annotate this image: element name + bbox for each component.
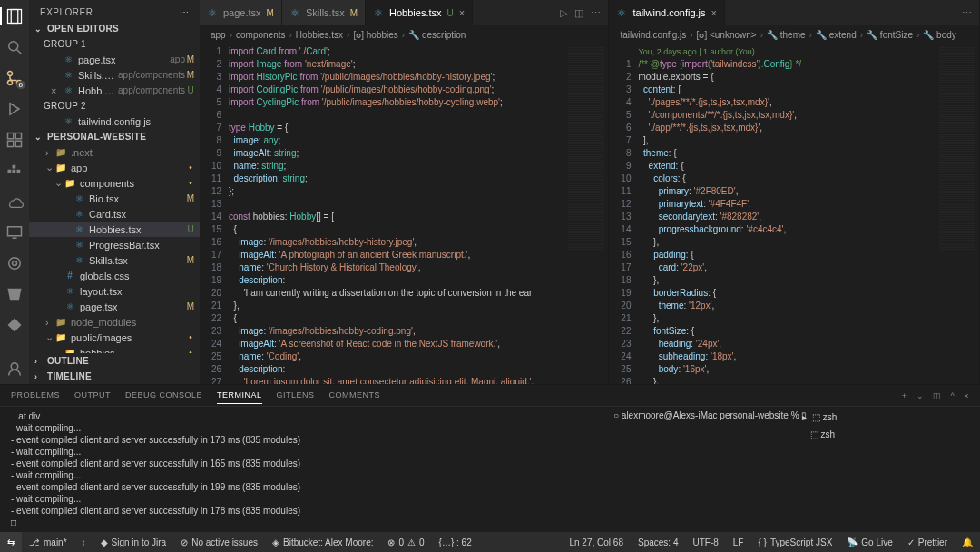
svg-rect-15 [8, 227, 22, 236]
tree-item[interactable]: ⚛page.tsxM [29, 299, 200, 314]
project-section[interactable]: ⌄PERSONAL-WEBSITE [29, 129, 200, 144]
editor-tab[interactable]: ⚛Hobbies.tsxU× [366, 0, 473, 25]
selection-info[interactable]: {…} : 62 [432, 532, 479, 552]
open-editor-item[interactable]: ⚛Skills.tsxapp/componentsM [29, 67, 200, 83]
cloud-icon[interactable] [5, 192, 24, 211]
tree-item[interactable]: ⌄📁components• [29, 175, 200, 191]
language-mode[interactable]: { }TypeScript JSX [750, 532, 839, 552]
editor-pane-right: ⚛tailwind.config.js× ⋯ tailwind.config.j… [609, 0, 980, 384]
minimap[interactable] [564, 44, 608, 384]
gitlens-icon[interactable] [5, 254, 24, 272]
tree-item[interactable]: ⚛Bio.tsxM [29, 191, 200, 206]
explorer-icon[interactable] [5, 7, 24, 25]
terminal-session[interactable]: ▸⬚ zsh [799, 410, 969, 424]
editor-pane-left: ⚛page.tsxM⚛Skills.tsxM⚛Hobbies.tsxU× ▷ ◫… [200, 0, 609, 384]
tree-item[interactable]: ⌄📁app• [29, 160, 200, 175]
remote-indicator[interactable]: ⇆ [0, 532, 22, 552]
terminal[interactable]: at div - wait compiling... - event compi… [0, 407, 980, 532]
tree-item[interactable]: ⌄📁hobbies• [29, 345, 200, 353]
go-live[interactable]: 📡Go Live [839, 532, 899, 552]
panel-tab[interactable]: COMMENTS [329, 387, 381, 404]
more-icon[interactable]: ⋯ [962, 7, 972, 19]
eol[interactable]: LF [726, 532, 751, 552]
editor-tab[interactable]: ⚛page.tsxM [200, 0, 282, 25]
outline-section[interactable]: ›OUTLINE [29, 353, 200, 369]
more-icon[interactable]: ⋯ [180, 7, 190, 17]
tree-item[interactable]: ⚛ProgressBar.tsx [29, 237, 200, 252]
docker-icon[interactable] [5, 162, 24, 180]
timeline-section[interactable]: ›TIMELINE [29, 369, 200, 384]
svg-rect-11 [8, 170, 12, 173]
panel-tab[interactable]: OUTPUT [74, 387, 111, 404]
extensions-icon[interactable] [5, 131, 24, 149]
breadcrumbs-right[interactable]: tailwind.config.js›[ᴏ] <unknown>›🔧 theme… [609, 25, 979, 44]
branch-indicator[interactable]: ⎇main* [22, 532, 74, 552]
svg-point-19 [11, 363, 18, 370]
code-area-right[interactable]: 1234567891011121314151617181920212223242… [609, 44, 979, 384]
sidebar: EXPLORER ⋯ ⌄OPEN EDITORS GROUP 1 ⚛page.t… [29, 0, 200, 384]
remote-explorer-icon[interactable] [5, 223, 24, 242]
main-layout: 6 EXPLORER ⋯ ⌄OPEN EDITORS GROUP 1 ⚛page… [0, 0, 980, 384]
tree-item[interactable]: ⚛Hobbies.tsxU [29, 222, 200, 237]
tree-item[interactable]: #globals.css [29, 268, 200, 283]
editor-tab[interactable]: ⚛Skills.tsxM [282, 0, 366, 25]
terminal-session[interactable]: ⬚ zsh [799, 428, 969, 441]
run-icon[interactable]: ▷ [560, 7, 567, 19]
indentation[interactable]: Spaces: 4 [631, 532, 685, 552]
svg-rect-8 [15, 133, 21, 139]
breadcrumbs-left[interactable]: app›components›Hobbies.tsx›[ᴏ] hobbies›🔧… [200, 25, 608, 44]
panel-tab[interactable]: DEBUG CONSOLE [125, 387, 202, 404]
split-icon[interactable]: ◫ [574, 7, 583, 19]
tree-item[interactable]: ⚛Skills.tsxM [29, 252, 200, 268]
new-terminal-icon[interactable]: + [902, 391, 907, 400]
close-panel-icon[interactable]: × [964, 391, 969, 400]
tree-item[interactable]: ⚛Card.tsx [29, 206, 200, 222]
sync-indicator[interactable]: ↕ [74, 532, 93, 552]
svg-line-3 [17, 50, 22, 54]
close-tab-icon[interactable]: × [459, 7, 465, 18]
tree-item[interactable]: ›📁node_modules [29, 314, 200, 330]
more-icon[interactable]: ⋯ [591, 7, 601, 19]
bottom-panel: PROBLEMSOUTPUTDEBUG CONSOLETERMINALGITLE… [0, 384, 980, 532]
svg-point-17 [9, 258, 21, 270]
account-icon[interactable] [5, 360, 24, 378]
minimap[interactable] [936, 44, 979, 384]
bitbucket-icon[interactable] [5, 285, 24, 303]
jira-icon[interactable] [5, 316, 24, 334]
open-editor-item[interactable]: ×⚛Hobbies.tsxapp/componentsU [29, 83, 200, 98]
panel-tab[interactable]: GITLENS [277, 387, 315, 404]
problems-count[interactable]: ⊗0⚠0 [380, 532, 431, 552]
editor-tab[interactable]: ⚛tailwind.config.js× [609, 0, 725, 25]
svg-rect-12 [13, 170, 16, 173]
panel-tab[interactable]: TERMINAL [217, 387, 262, 404]
encoding[interactable]: UTF-8 [685, 532, 725, 552]
search-icon[interactable] [5, 38, 24, 56]
code-area-left[interactable]: 1234567891011121314151617181920212223242… [200, 44, 608, 384]
source-control-icon[interactable]: 6 [5, 69, 24, 87]
svg-rect-0 [8, 10, 18, 24]
svg-rect-9 [8, 141, 14, 146]
open-editor-item[interactable]: ⚛page.tsxappM [29, 52, 200, 67]
svg-rect-1 [11, 10, 21, 24]
tree-item[interactable]: ⚛layout.tsx [29, 283, 200, 299]
bitbucket-user[interactable]: ◈Bitbucket: Alex Moore: [265, 532, 381, 552]
cursor-position[interactable]: Ln 27, Col 68 [562, 532, 631, 552]
tree-item[interactable]: ⌄📁public/images• [29, 330, 200, 345]
statusbar: ⇆ ⎇main* ↕ ◆Sign in to Jira ⊘No active i… [0, 532, 980, 552]
jira-signin[interactable]: ◆Sign in to Jira [93, 532, 174, 552]
maximize-icon[interactable]: ^ [951, 391, 956, 400]
split-terminal-icon[interactable]: ◫ [933, 391, 942, 400]
tree-item[interactable]: ›📁.next [29, 144, 200, 160]
issues-indicator[interactable]: ⊘No active issues [173, 532, 265, 552]
close-tab-icon[interactable]: × [711, 7, 717, 18]
open-editor-item[interactable]: ⚛tailwind.config.js [29, 113, 200, 129]
svg-rect-10 [15, 141, 21, 146]
run-debug-icon[interactable] [5, 100, 24, 118]
panel-tab[interactable]: PROBLEMS [11, 387, 60, 404]
terminal-sessions: ▸⬚ zsh ⬚ zsh [788, 410, 969, 528]
open-editors-section[interactable]: ⌄OPEN EDITORS [29, 21, 200, 36]
terminal-dropdown-icon[interactable]: ⌄ [916, 391, 925, 400]
prettier-status[interactable]: ✓Prettier [900, 532, 955, 552]
activity-bar: 6 [0, 0, 29, 384]
notifications-icon[interactable]: 🔔 [955, 532, 980, 552]
